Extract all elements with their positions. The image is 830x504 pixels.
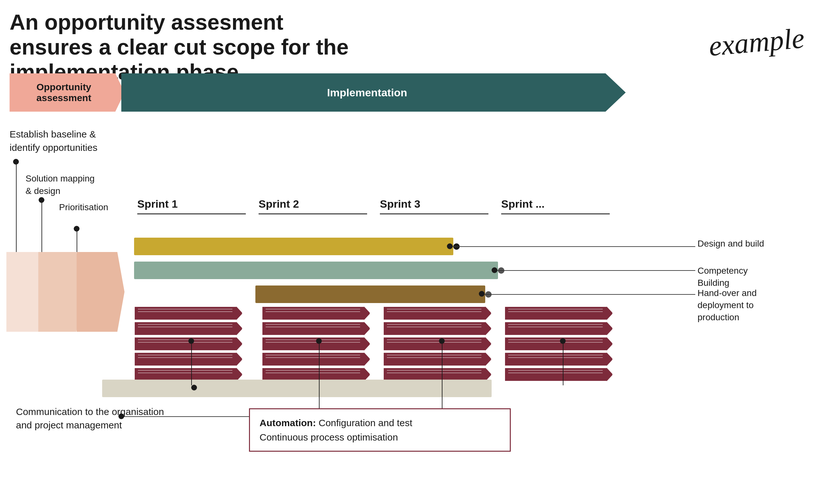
sprint-4-comm-line	[563, 344, 564, 385]
sprint-1-arrow-3	[134, 337, 243, 351]
prioritisation-dot	[74, 226, 79, 232]
sprint-3-arrow-3	[383, 337, 491, 351]
handover-bar-end-dot	[479, 291, 485, 297]
automation-box: Automation: Configuration and test Conti…	[249, 408, 511, 452]
design-connector-line	[453, 246, 695, 247]
sprint-1-comm-dot	[188, 338, 194, 344]
sprint-3-comm-line	[442, 344, 443, 417]
sprint-4-arrow-5	[504, 367, 613, 381]
sprint-4-arrow-1	[504, 306, 613, 320]
establish-connector-line	[16, 160, 17, 255]
sprint-2-arrow-1	[262, 306, 370, 320]
sprint-2-label: Sprint 2	[259, 198, 367, 214]
example-watermark: example	[707, 21, 806, 63]
sprint-1-arrow-2	[134, 322, 243, 336]
automation-bold: Automation:	[259, 417, 316, 428]
opp-shapes-container	[6, 252, 128, 341]
design-bar-end-dot	[447, 243, 453, 249]
sprint-4-stack	[504, 306, 613, 383]
sprint-col-4: Sprint ...	[498, 198, 619, 216]
phases-row: Opportunity assessment Implementation	[9, 73, 626, 112]
comm-horiz-line	[121, 416, 249, 417]
sprint-1-label: Sprint 1	[137, 198, 246, 214]
sprint-1-arrow-1	[134, 306, 243, 320]
competency-connector-line	[498, 270, 695, 271]
solution-connector-line	[41, 198, 42, 252]
sprint-2-arrow-4	[262, 352, 370, 366]
sprint-1-stack	[134, 306, 243, 383]
handover-connector-line	[485, 294, 695, 295]
automation-text: Automation: Configuration and test Conti…	[259, 416, 500, 444]
sprint-2-comm-line	[319, 344, 320, 417]
competency-bar-end-dot	[491, 267, 498, 273]
implementation-phase-label: Implementation	[327, 87, 407, 99]
solution-label: Solution mapping & design	[26, 172, 95, 197]
sprint-col-3: Sprint 3	[377, 198, 498, 216]
sprint-3-arrow-4	[383, 352, 491, 366]
design-build-bar	[134, 238, 453, 255]
opp-shape-2	[38, 252, 83, 332]
sprint-4-comm-dot	[560, 338, 566, 344]
sprint-3-label: Sprint 3	[380, 198, 488, 214]
sprints-row: Sprint 1 Sprint 2 Sprint 3 Sprint ...	[134, 198, 619, 216]
handover-label: Hand-over and deployment to production	[698, 287, 757, 323]
sprint-2-comm-dot	[316, 338, 322, 344]
opp-shape-3	[76, 252, 125, 332]
sprint-4-arrow-4	[504, 352, 613, 366]
handover-bar	[255, 285, 485, 303]
sprint-3-arrow-2	[383, 322, 491, 336]
establish-dot	[13, 159, 19, 165]
sprint-col-2: Sprint 2	[255, 198, 377, 216]
implementation-phase-arrow: Implementation	[121, 73, 626, 112]
sprint-3-stack	[383, 306, 491, 383]
sprint-3-comm-dot	[439, 338, 445, 344]
communication-bar	[102, 379, 491, 397]
sprint-3-arrow-1	[383, 306, 491, 320]
sprint-4-arrow-2	[504, 322, 613, 336]
opportunity-phase-label: Opportunity assessment	[36, 82, 91, 103]
sprint-4-label: Sprint ...	[501, 198, 610, 214]
communication-label: Communication to the organisation and pr…	[16, 405, 164, 432]
sprint-2-arrow-3	[262, 337, 370, 351]
sprint-2-arrow-2	[262, 322, 370, 336]
competency-label: Competency Building	[698, 265, 747, 289]
sprint-col-1: Sprint 1	[134, 198, 255, 216]
opportunity-phase-arrow: Opportunity assessment	[9, 73, 125, 112]
establish-label: Establish baseline & identify opportunit…	[9, 128, 97, 155]
design-build-label: Design and build	[698, 238, 764, 250]
solution-dot	[39, 197, 44, 203]
sprint-2-stack	[262, 306, 370, 383]
sprint-1-comm-line	[191, 344, 192, 385]
sprint-4-arrow-3	[504, 337, 613, 351]
comm-bar-dot	[191, 385, 197, 391]
competency-bar	[134, 262, 498, 279]
comm-start-dot	[119, 413, 124, 419]
sprint-1-arrow-4	[134, 352, 243, 366]
prioritisation-label: Prioritisation	[59, 201, 108, 213]
